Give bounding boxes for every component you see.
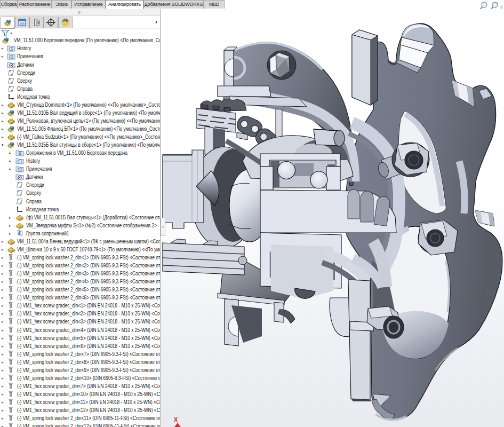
svg-text:X: X (174, 416, 178, 423)
svg-text:A: A (19, 168, 21, 171)
svg-text:A: A (10, 56, 12, 59)
